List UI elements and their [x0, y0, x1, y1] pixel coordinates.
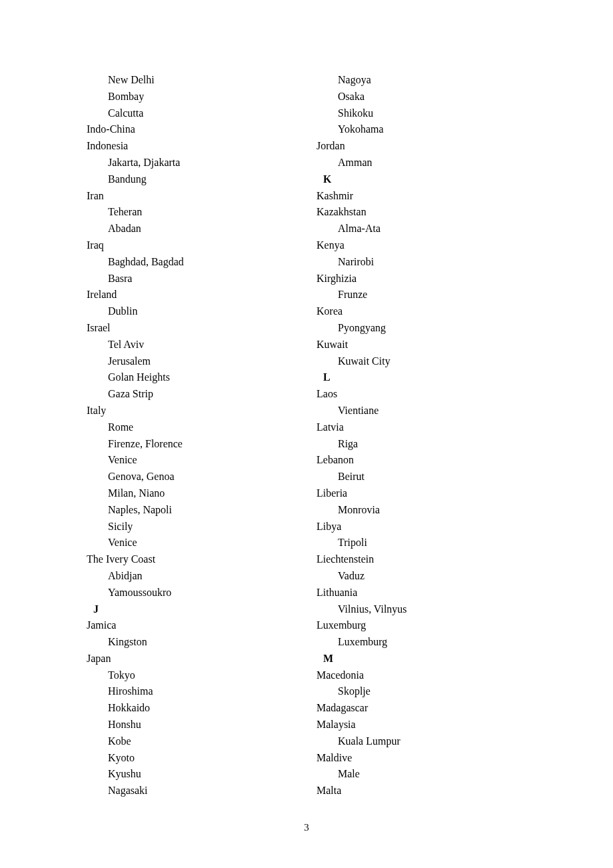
city-entry: Narirobi: [316, 254, 526, 271]
city-entry: Abadan: [87, 221, 297, 237]
city-entry: Kuwait City: [316, 353, 526, 370]
right-column: NagoyaOsakaShikokuYokohamaJordanAmmanKKa…: [316, 72, 526, 799]
country-entry: Libya: [316, 519, 526, 535]
city-entry: Luxemburg: [316, 634, 526, 651]
city-entry: Vientiane: [316, 403, 526, 419]
city-entry: Riga: [316, 436, 526, 453]
city-entry: Yokohama: [316, 121, 526, 138]
city-entry: Yamoussoukro: [87, 585, 297, 601]
country-entry: Liberia: [316, 485, 526, 502]
city-entry: Beirut: [316, 469, 526, 485]
city-entry: Vilnius, Vilnyus: [316, 601, 526, 618]
city-entry: Vaduz: [316, 568, 526, 585]
country-entry: Iraq: [87, 237, 297, 254]
country-entry: Madagascar: [316, 700, 526, 717]
city-entry: Baghdad, Bagdad: [87, 254, 297, 271]
city-entry: Teheran: [87, 204, 297, 221]
country-entry: Israel: [87, 320, 297, 337]
city-entry: Rome: [87, 419, 297, 436]
city-entry: New Delhi: [87, 72, 297, 89]
country-entry: Indonesia: [87, 138, 297, 155]
country-entry: Lebanon: [316, 452, 526, 469]
country-entry: Maldive: [316, 750, 526, 767]
city-entry: Jerusalem: [87, 353, 297, 370]
country-entry: Indo-China: [87, 121, 297, 138]
city-entry: Tripoli: [316, 535, 526, 551]
city-entry: Kyushu: [87, 766, 297, 783]
section-letter: L: [316, 369, 526, 386]
city-entry: Sicily: [87, 519, 297, 535]
city-entry: Alma-Ata: [316, 221, 526, 237]
country-entry: The Ivery Coast: [87, 551, 297, 568]
country-entry: Malaysia: [316, 717, 526, 733]
section-letter: J: [87, 601, 297, 618]
country-entry: Kashmir: [316, 188, 526, 205]
city-entry: Male: [316, 766, 526, 783]
page-number: 3: [87, 822, 526, 833]
country-entry: Iran: [87, 188, 297, 205]
city-entry: Venice: [87, 535, 297, 551]
city-entry: Bandung: [87, 171, 297, 188]
country-entry: Malta: [316, 783, 526, 799]
city-entry: Venice: [87, 452, 297, 469]
city-entry: Nagoya: [316, 72, 526, 89]
country-entry: Kenya: [316, 237, 526, 254]
city-entry: Shikoku: [316, 105, 526, 122]
city-entry: Kingston: [87, 634, 297, 651]
city-entry: Naples, Napoli: [87, 502, 297, 519]
country-entry: Jordan: [316, 138, 526, 155]
country-entry: Kuwait: [316, 337, 526, 353]
document-page: New DelhiBombayCalcuttaIndo-ChinaIndones…: [0, 0, 613, 860]
city-entry: Bombay: [87, 89, 297, 105]
city-entry: Tel Aviv: [87, 337, 297, 353]
city-entry: Golan Heights: [87, 369, 297, 386]
city-entry: Hokkaido: [87, 700, 297, 717]
section-letter: K: [316, 171, 526, 188]
city-entry: Jakarta, Djakarta: [87, 155, 297, 171]
country-entry: Macedonia: [316, 667, 526, 684]
city-entry: Frunze: [316, 287, 526, 303]
city-entry: Firenze, Florence: [87, 436, 297, 453]
city-entry: Hiroshima: [87, 683, 297, 700]
country-entry: Ireland: [87, 287, 297, 303]
country-entry: Kazakhstan: [316, 204, 526, 221]
country-entry: Jamica: [87, 617, 297, 634]
city-entry: Gaza Strip: [87, 386, 297, 403]
two-column-layout: New DelhiBombayCalcuttaIndo-ChinaIndones…: [87, 72, 526, 799]
country-entry: Lithuania: [316, 585, 526, 601]
city-entry: Osaka: [316, 89, 526, 105]
city-entry: Skoplje: [316, 683, 526, 700]
country-entry: Kirghizia: [316, 271, 526, 287]
city-entry: Kobe: [87, 733, 297, 750]
city-entry: Dublin: [87, 303, 297, 320]
city-entry: Basra: [87, 271, 297, 287]
country-entry: Laos: [316, 386, 526, 403]
city-entry: Amman: [316, 155, 526, 171]
city-entry: Abidjan: [87, 568, 297, 585]
country-entry: Liechtenstein: [316, 551, 526, 568]
city-entry: Kyoto: [87, 750, 297, 767]
city-entry: Milan, Niano: [87, 485, 297, 502]
city-entry: Kuala Lumpur: [316, 733, 526, 750]
left-column: New DelhiBombayCalcuttaIndo-ChinaIndones…: [87, 72, 297, 799]
country-entry: Japan: [87, 651, 297, 667]
city-entry: Honshu: [87, 717, 297, 733]
country-entry: Korea: [316, 303, 526, 320]
country-entry: Luxemburg: [316, 617, 526, 634]
city-entry: Genova, Genoa: [87, 469, 297, 485]
city-entry: Monrovia: [316, 502, 526, 519]
city-entry: Calcutta: [87, 105, 297, 122]
country-entry: Italy: [87, 403, 297, 419]
city-entry: Tokyo: [87, 667, 297, 684]
city-entry: Pyongyang: [316, 320, 526, 337]
city-entry: Nagasaki: [87, 783, 297, 799]
section-letter: M: [316, 651, 526, 667]
country-entry: Latvia: [316, 419, 526, 436]
